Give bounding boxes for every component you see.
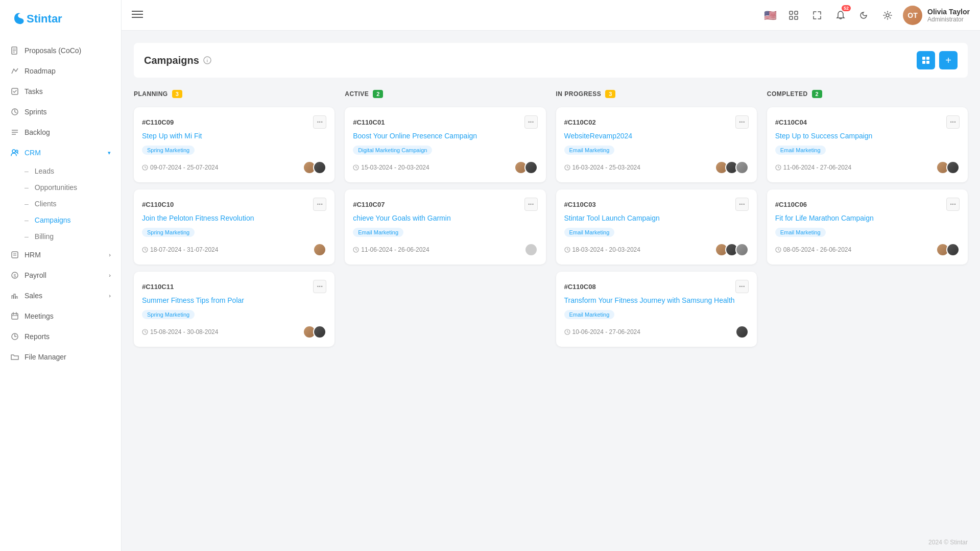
card-id: #C110C11 ··· — [142, 280, 326, 293]
roadmap-icon — [10, 66, 19, 76]
card-title-c110c07[interactable]: chieve Your Goals with Garmin — [353, 214, 537, 222]
dark-mode-toggle[interactable] — [856, 7, 872, 23]
sidebar-item-clients[interactable]: Clients — [25, 196, 121, 212]
menu-toggle-button[interactable] — [132, 9, 143, 21]
sidebar-item-opportunities[interactable]: Opportunities — [25, 179, 121, 196]
card-title-c110c11[interactable]: Summer Fitness Tips from Polar — [142, 296, 326, 304]
page-header: Campaigns i + — [134, 43, 968, 78]
sidebar-item-sales[interactable]: Sales › — [0, 285, 121, 306]
card-menu-button[interactable]: ··· — [735, 198, 749, 211]
card-date: 18-07-2024 - 31-07-2024 — [142, 246, 218, 253]
card-menu-button[interactable]: ··· — [524, 198, 538, 211]
card-menu-button[interactable]: ··· — [313, 280, 326, 293]
card-tag: Email Marketing — [564, 310, 615, 319]
avatar-2 — [524, 161, 538, 174]
card-date: 11-06-2024 - 27-06-2024 — [775, 164, 851, 171]
sidebar-item-reports[interactable]: Reports — [0, 326, 121, 347]
card-date: 15-03-2024 - 20-03-2024 — [353, 164, 429, 171]
language-selector[interactable]: 🇺🇸 — [762, 7, 778, 23]
card-menu-button[interactable]: ··· — [946, 115, 960, 129]
hrm-chevron-icon: › — [109, 252, 111, 258]
sidebar-item-sprints[interactable]: Sprints — [0, 102, 121, 122]
card-menu-button[interactable]: ··· — [735, 115, 749, 129]
avatar-3 — [735, 161, 749, 174]
sidebar-item-leads[interactable]: Leads — [25, 163, 121, 179]
grid-view-button[interactable] — [917, 51, 935, 69]
card-title-c110c06[interactable]: Fit for Life Marathon Campaign — [775, 214, 960, 222]
sidebar-item-reports-label: Reports — [25, 332, 50, 341]
card-title-c110c03[interactable]: Stintar Tool Launch Campaign — [564, 214, 749, 222]
user-profile[interactable]: OT Olivia Taylor Administrator — [903, 6, 970, 25]
notification-icon-button[interactable]: 52 — [832, 7, 849, 23]
card-menu-button[interactable]: ··· — [524, 115, 538, 129]
add-campaign-button[interactable]: + — [939, 51, 958, 69]
sidebar-item-meetings-label: Meetings — [25, 312, 54, 320]
card-title-c110c09[interactable]: Step Up with Mi Fit — [142, 132, 326, 140]
card-title-c110c01[interactable]: Boost Your Online Presence Campaign — [353, 132, 537, 140]
card-avatars — [715, 243, 749, 256]
card-id: #C110C08 ··· — [564, 280, 749, 293]
column-title-active: ACTIVE — [345, 90, 369, 98]
folder-icon — [10, 352, 19, 362]
sidebar-item-crm-label: CRM — [25, 149, 41, 157]
campaign-card-c110c10: #C110C10 ··· Join the Peloton Fitness Re… — [134, 189, 334, 265]
sidebar-item-campaigns[interactable]: Campaigns — [25, 212, 121, 228]
card-date: 16-03-2024 - 25-03-2024 — [564, 164, 640, 171]
header-icons: 🇺🇸 52 OT Olivia Taylor A — [762, 6, 970, 25]
column-header-in-progress: IN PROGRESS 3 — [556, 90, 757, 98]
card-tag: Spring Marketing — [142, 310, 195, 319]
crm-submenu: Leads Opportunities Clients Campaigns Bi… — [0, 163, 121, 245]
sidebar-item-leads-label: Leads — [35, 167, 54, 175]
column-header-planning: PLANNING 3 — [134, 90, 334, 98]
sidebar-item-hrm[interactable]: HRM › — [0, 245, 121, 265]
card-title-c110c08[interactable]: Transform Your Fitness Journey with Sams… — [564, 296, 749, 304]
campaign-card-c110c08: #C110C08 ··· Transform Your Fitness Jour… — [556, 272, 757, 347]
sales-icon — [10, 291, 19, 300]
card-menu-button[interactable]: ··· — [313, 198, 326, 211]
avatar-2 — [313, 325, 326, 339]
column-badge-active: 2 — [373, 90, 383, 98]
payroll-icon: $ — [10, 271, 19, 280]
card-menu-button[interactable]: ··· — [946, 198, 960, 211]
sidebar-item-file-manager[interactable]: File Manager — [0, 347, 121, 367]
expand-icon-button[interactable] — [809, 7, 825, 23]
avatar-1 — [735, 325, 749, 339]
sidebar-item-tasks[interactable]: Tasks — [0, 81, 121, 102]
card-id: #C110C02 ··· — [564, 115, 749, 129]
main-content: 🇺🇸 52 OT Olivia Taylor A — [122, 0, 980, 551]
card-footer: 09-07-2024 - 25-07-2024 — [142, 161, 326, 174]
sidebar-item-proposals[interactable]: Proposals (CoCo) — [0, 40, 121, 61]
card-avatars — [936, 243, 960, 256]
settings-icon-button[interactable] — [879, 7, 896, 23]
card-id: #C110C04 ··· — [775, 115, 960, 129]
card-menu-button[interactable]: ··· — [735, 280, 749, 293]
campaign-card-c110c09: #C110C09 ··· Step Up with Mi Fit Spring … — [134, 107, 334, 182]
card-footer: 15-08-2024 - 30-08-2024 — [142, 325, 326, 339]
card-title-c110c02[interactable]: WebsiteRevamp2024 — [564, 132, 749, 140]
sidebar-item-roadmap[interactable]: Roadmap — [0, 61, 121, 81]
sidebar-item-billing[interactable]: Billing — [25, 228, 121, 245]
campaign-card-c110c11: #C110C11 ··· Summer Fitness Tips from Po… — [134, 272, 334, 347]
user-name: Olivia Taylor — [927, 8, 970, 16]
sidebar-item-hrm-label: HRM — [25, 251, 41, 259]
card-tag: Email Marketing — [564, 228, 615, 237]
card-footer: 15-03-2024 - 20-03-2024 — [353, 161, 537, 174]
header: 🇺🇸 52 OT Olivia Taylor A — [122, 0, 980, 31]
card-title-c110c04[interactable]: Step Up to Success Campaign — [775, 132, 960, 140]
hrm-icon — [10, 250, 19, 259]
card-title-c110c10[interactable]: Join the Peloton Fitness Revolution — [142, 214, 326, 222]
card-id: #C110C07 ··· — [353, 198, 537, 211]
sidebar-item-meetings[interactable]: Meetings — [0, 306, 121, 326]
svg-point-10 — [12, 150, 15, 153]
card-tag: Email Marketing — [353, 228, 403, 237]
doc-icon — [10, 46, 19, 55]
sidebar-item-backlog[interactable]: Backlog — [0, 122, 121, 142]
sidebar-item-crm[interactable]: CRM ▾ — [0, 142, 121, 163]
grid-icon-button[interactable] — [785, 7, 802, 23]
card-menu-button[interactable]: ··· — [313, 115, 326, 129]
kanban-column-active: ACTIVE 2 #C110C01 ··· Boost Your Online … — [345, 90, 545, 347]
sidebar-item-payroll[interactable]: $ Payroll › — [0, 265, 121, 285]
svg-point-29 — [886, 14, 889, 17]
notification-badge: 52 — [842, 5, 851, 11]
svg-text:$: $ — [14, 273, 16, 278]
